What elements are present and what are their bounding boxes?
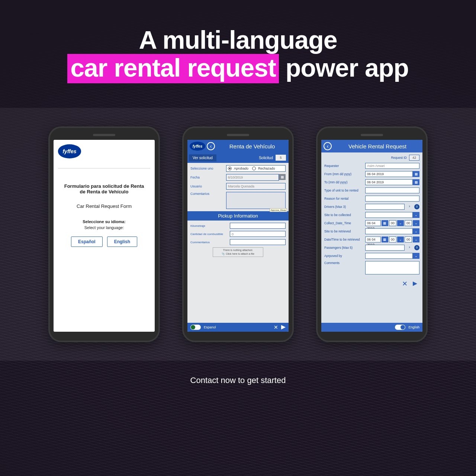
unit-type-field[interactable] [365,187,419,193]
phone-mockup-1: fyffes Formulario para solicitud de Rent… [48,126,160,342]
drivers-count-badge: 0 [414,204,419,209]
form-title-es: Formulario para solicitud de Renta de Re… [58,183,150,194]
from-date-field[interactable]: 06 04 2019 [365,171,413,177]
calendar-icon[interactable]: ▦ [279,174,286,180]
radio-aprobado[interactable] [228,167,232,170]
language-toggle[interactable] [395,325,405,330]
label-unit-type: Type of unit to be rented [324,189,363,192]
hero-line2-rest: power app [279,54,409,82]
send-icon[interactable] [413,282,417,286]
appbar-title: Vehicle Rental Request [335,143,420,149]
approval-radio-group: Aprobado Rechazado [226,165,286,172]
send-icon[interactable] [281,325,286,329]
label-reason: Reason for rental [324,197,363,200]
calendar-icon[interactable]: ▦ [382,237,388,242]
comments-textarea[interactable] [365,261,419,274]
phone-speaker [361,134,383,136]
attach-line1: There is nothing attached. [213,249,263,251]
collect-hour-field[interactable]: 00 [389,220,396,226]
appbar-title: Renta de Vehículo [218,143,286,149]
label-approved-by: Aprpoved by [324,254,363,258]
label-comentarios: Comentarios [190,192,224,196]
brand-logo: fyffes [58,144,81,158]
site-collect-field[interactable] [365,212,413,218]
label-to-date: To (mm dd yyyy) [324,180,363,184]
phone-speaker [93,134,115,136]
form-actions: ✕ [324,277,419,288]
site-retrieve-field[interactable] [365,228,413,234]
close-icon[interactable]: ✕ [402,280,408,288]
label-site-retrieve: Site to be retrieved [324,229,363,233]
appbar: fyffes ‹ Renta de Vehículo [187,140,289,152]
calendar-icon[interactable]: ▦ [413,179,419,185]
to-date-field[interactable]: 06 04 2019 [365,179,413,185]
phone-mockup-3: ‹ Vehicle Rental Request Request ID 42 R… [316,126,428,342]
label-commentarios2: Commentarios [190,241,228,244]
fecha-field[interactable]: 6/10/2019 [226,174,279,181]
button-english[interactable]: English [107,237,137,247]
label-collect-datetime: Collect_Date_Time [324,221,363,225]
language-toggle[interactable] [190,325,201,330]
back-icon[interactable]: ‹ [207,142,215,150]
footer-bar: English [321,323,422,332]
kilometraje-field[interactable] [230,223,286,229]
dropdown-icon[interactable]: ⌄ [413,228,419,234]
label-requester: Requester [324,164,363,168]
label-seleccione: Seleccione uno [190,167,224,170]
retrieve-date-field[interactable]: 06 04 2019 [365,237,381,242]
dropdown-icon[interactable]: ⌄ [397,237,404,242]
dropdown-icon[interactable]: ⌄ [413,220,419,226]
calendar-icon[interactable]: ▦ [382,220,388,226]
chevron-right-icon[interactable]: › [407,204,412,210]
form-body: Seleccione uno Aprobado Rechazado Fecha … [187,163,289,323]
passengers-field[interactable] [365,245,405,251]
appbar: ‹ Vehicle Rental Request [321,140,422,152]
passengers-count-badge: 0 [414,245,419,250]
radio-rechazado[interactable] [252,167,256,170]
usuario-field[interactable]: Marcela Quesada [226,183,286,190]
phones-row: fyffes Formulario para solicitud de Rent… [0,108,476,361]
solicitud-id-field[interactable]: 5 [275,154,286,161]
calendar-icon[interactable]: ▦ [413,171,419,177]
approved-by-field[interactable] [365,253,413,259]
label-comments: Comments [324,261,363,265]
label-request-id: Request ID [391,156,407,160]
tooltip-approve-disapprove: Approve_Disap [270,208,287,212]
label-retrieve-datetime: Date/Time to be retrieved [324,238,363,241]
commentarios2-field[interactable] [230,239,286,245]
comentarios-textarea[interactable] [226,192,286,209]
back-icon[interactable]: ‹ [324,142,332,150]
tab-ver-solicitud[interactable]: Ver solicitud [189,154,216,161]
collect-date-field[interactable]: 06 04 2019 [365,220,381,226]
label-from-date: From (mm dd yyyy) [324,172,363,176]
pickup-section-header: Pickup Information [187,211,289,221]
label-combustible: Cantidad de combustible [190,232,228,236]
dropdown-icon[interactable]: ⌄ [413,253,419,259]
phone-speaker [227,134,249,136]
radio-aprobado-label: Aprobado [234,165,248,171]
dropdown-icon[interactable]: ⌄ [397,220,404,226]
footer-bar: Espanol ✕ [187,323,289,332]
retrieve-hour-field[interactable]: 00 [389,237,396,242]
retrieve-min-field[interactable]: 00 [405,237,412,242]
dropdown-icon[interactable]: ⌄ [413,237,419,242]
footer-language-label: English [408,325,419,329]
tabbar: Ver solicitud Solicitud 5 [187,152,289,163]
collect-min-field[interactable]: 00 [405,220,412,226]
request-id-field: 42 [409,155,419,161]
label-drivers: Drivers (Max 3) [324,205,363,209]
drivers-field[interactable] [365,204,405,210]
chevron-right-icon[interactable]: › [407,245,412,251]
button-espanol[interactable]: Español [71,237,103,247]
screen-language-select: fyffes Formulario para solicitud de Rent… [54,140,155,332]
reason-field[interactable] [365,196,419,202]
divider [58,168,150,168]
dropdown-icon[interactable]: ⌄ [413,212,419,218]
close-icon[interactable]: ✕ [274,324,278,330]
radio-rechazado-label: Rechazado [258,165,275,171]
combustible-field[interactable]: 0 [230,231,286,237]
form-body: Request ID 42 Requester Asim Ansari From… [321,152,422,323]
requester-field[interactable]: Asim Ansari [365,163,419,169]
footer-language-label: Espanol [204,325,216,329]
attachment-box[interactable]: There is nothing attached. 📎 Click here … [213,247,263,257]
